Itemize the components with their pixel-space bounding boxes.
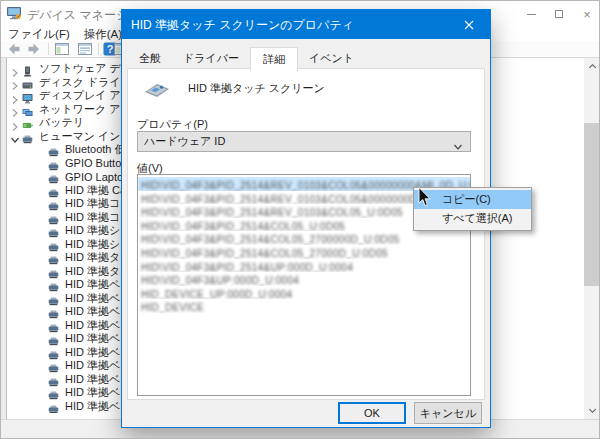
network-device-icon bbox=[22, 104, 35, 115]
tree-scrollbar[interactable] bbox=[584, 58, 600, 419]
close-icon bbox=[464, 20, 474, 30]
maximize-icon bbox=[555, 10, 563, 18]
chevron-right-icon[interactable] bbox=[10, 77, 22, 87]
tab-details[interactable]: 詳細 bbox=[250, 47, 298, 72]
tab-driver[interactable]: ドライバー bbox=[172, 46, 250, 71]
mouse-cursor-icon bbox=[418, 187, 432, 207]
hid-device-icon bbox=[48, 293, 61, 304]
window-controls: × bbox=[517, 1, 600, 27]
hid-device-icon bbox=[48, 198, 61, 209]
chevron-down-icon bbox=[588, 406, 597, 415]
forward-icon bbox=[26, 41, 42, 57]
value-text-blurred: HID\VID_04F3&UP:000D_U:0004 bbox=[141, 275, 299, 286]
console-tree-icon bbox=[54, 41, 70, 57]
forward-button[interactable] bbox=[26, 41, 42, 57]
hid-device-icon bbox=[48, 266, 61, 277]
close-icon: × bbox=[583, 8, 591, 21]
dialog-title: HID 準拠タッチ スクリーンのプロパティ bbox=[131, 17, 354, 34]
close-button[interactable]: × bbox=[573, 1, 600, 27]
minimize-button[interactable] bbox=[517, 1, 545, 27]
chevron-up-icon bbox=[588, 62, 597, 71]
chevron-right-icon[interactable] bbox=[10, 91, 22, 101]
console-tree-button[interactable] bbox=[54, 41, 70, 57]
property-dropdown-value: ハードウェア ID bbox=[138, 134, 225, 149]
hid-device-icon bbox=[48, 374, 61, 385]
hid-device-icon bbox=[48, 158, 61, 169]
value-list-item[interactable]: HID_DEVICE_UP:000D_U:0004 bbox=[138, 286, 470, 300]
value-text-blurred: HID\VID_04F3&PID_2514&UP:000D_U:0004 bbox=[141, 262, 353, 273]
disk-device-icon bbox=[22, 77, 35, 88]
back-button[interactable] bbox=[6, 41, 22, 57]
properties-button[interactable] bbox=[77, 41, 93, 57]
hid-device-icon bbox=[48, 279, 61, 290]
hid-device-icon bbox=[48, 347, 61, 358]
scrollbar-thumb[interactable] bbox=[584, 123, 600, 286]
back-icon bbox=[6, 41, 22, 57]
hid-device-icon bbox=[48, 171, 61, 182]
hid-device-icon bbox=[48, 401, 61, 412]
hid-device-icon bbox=[48, 212, 61, 223]
hid-device-icon bbox=[48, 144, 61, 155]
device-name: HID 準拠タッチ スクリーン bbox=[188, 81, 325, 96]
value-list-item[interactable]: HID\VID_04F3&UP:000D_U:0004 bbox=[138, 272, 470, 286]
tab-general[interactable]: 全般 bbox=[128, 46, 172, 71]
hid-device-icon bbox=[48, 185, 61, 196]
value-text-blurred: HID\VID_04F3&PID_2514&COL05_U:0D05 bbox=[141, 221, 345, 232]
scroll-up-button[interactable] bbox=[584, 58, 600, 75]
software-device-icon bbox=[22, 63, 35, 74]
value-list-item[interactable]: HID_DEVICE bbox=[138, 299, 470, 313]
hid-device-icon bbox=[48, 252, 61, 263]
display-device-icon bbox=[22, 90, 35, 101]
property-dropdown[interactable]: ハードウェア ID bbox=[137, 131, 471, 152]
context-menu-select-all[interactable]: すべて選択(A) bbox=[414, 209, 531, 228]
value-list-item[interactable]: HID\VID_04F3&PID_2514&COL05_2700000D_U:0… bbox=[138, 231, 470, 245]
device-header: HID 準拠タッチ スクリーン bbox=[142, 77, 325, 99]
value-list-item[interactable]: HID\VID_04F3&PID_2514&UP:000D_U:0004 bbox=[138, 259, 470, 273]
hid-device-icon bbox=[22, 131, 35, 142]
value-text-blurred: HID\VID_04F3&PID_2514&REV_0103&COL05&000… bbox=[141, 194, 458, 205]
value-list-item[interactable]: HID\VID_04F3&PID_2514&COL05_27000D_U:0D0… bbox=[138, 245, 470, 259]
window-left-edge bbox=[1, 58, 7, 419]
hid-device-icon bbox=[48, 306, 61, 317]
value-text-blurred: HID_DEVICE bbox=[141, 302, 204, 313]
hid-device-icon bbox=[48, 333, 61, 344]
chevron-right-icon[interactable] bbox=[10, 64, 22, 74]
tab-events[interactable]: イベント bbox=[298, 46, 365, 71]
device-manager-app-icon bbox=[6, 5, 22, 21]
property-label: プロパティ(P) bbox=[137, 117, 208, 132]
chevron-down-icon bbox=[453, 138, 463, 148]
chevron-down-icon[interactable] bbox=[10, 131, 22, 141]
battery-device-icon bbox=[22, 117, 35, 128]
chevron-right-icon[interactable] bbox=[10, 104, 22, 114]
value-text-blurred: HID\VID_04F3&PID_2514&COL05_27000D_U:0D0… bbox=[141, 248, 388, 259]
minimize-icon bbox=[527, 14, 536, 15]
ok-button[interactable]: OK bbox=[338, 402, 406, 424]
toolbar-separator bbox=[48, 43, 49, 55]
dialog-close-button[interactable] bbox=[448, 10, 490, 39]
hid-device-icon bbox=[48, 225, 61, 236]
cancel-button[interactable]: キャンセル bbox=[414, 402, 482, 424]
value-text-blurred: HID_DEVICE_UP:000D_U:0004 bbox=[141, 289, 292, 300]
properties-list-icon bbox=[77, 41, 93, 57]
touch-screen-device-icon bbox=[142, 77, 172, 99]
toolbar-separator bbox=[98, 43, 99, 55]
dialog-titlebar: HID 準拠タッチ スクリーンのプロパティ bbox=[122, 10, 490, 39]
hid-device-icon bbox=[48, 239, 61, 250]
maximize-button[interactable] bbox=[545, 1, 573, 27]
menu-file[interactable]: ファイル(F) bbox=[1, 27, 77, 42]
dialog-footer: OK キャンセル bbox=[122, 399, 490, 427]
chevron-right-icon[interactable] bbox=[10, 118, 22, 128]
value-text-blurred: HID\VID_04F3&PID_2514&REV_0103&COL05_U:0… bbox=[141, 207, 403, 218]
details-tab-page: HID 準拠タッチ スクリーン プロパティ(P) ハードウェア ID 値(V) … bbox=[127, 68, 485, 400]
value-text-blurred: HID\VID_04F3&PID_2514&COL05_2700000D_U:0… bbox=[141, 234, 400, 245]
hid-device-icon bbox=[48, 360, 61, 371]
scroll-down-button[interactable] bbox=[584, 402, 600, 419]
dialog-tabs: 全般 ドライバー 詳細 イベント bbox=[128, 46, 365, 71]
hid-device-icon bbox=[48, 387, 61, 398]
hid-device-icon bbox=[48, 320, 61, 331]
device-manager-window: デバイス マネージャー × ファイル(F) 操作(A) 表示(V) ? ソフトウ… bbox=[0, 0, 600, 439]
